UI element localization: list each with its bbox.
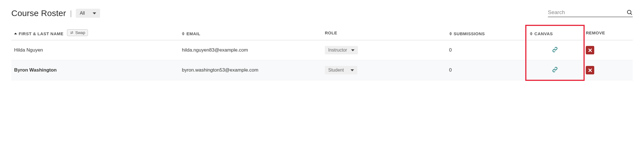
roster-table: First & Last Name Swap (11, 29, 633, 80)
search-container (548, 9, 633, 17)
cell-submissions: 0 (446, 40, 527, 60)
cell-email: hilda.nguyen83@example.com (179, 40, 322, 60)
table-row: Byron Washington byron.washington53@exam… (11, 60, 633, 80)
remove-button[interactable] (586, 46, 594, 54)
col-header-role-label: Role (325, 30, 337, 35)
sort-icon (530, 32, 533, 36)
role-select[interactable]: Instructor (325, 46, 358, 54)
caret-down-icon (93, 12, 96, 14)
col-header-canvas-label: Canvas (534, 31, 553, 36)
roster-table-wrap: First & Last Name Swap (11, 29, 633, 80)
col-header-canvas[interactable]: Canvas (527, 29, 583, 40)
roster-filter-value: All (80, 11, 85, 16)
remove-button[interactable] (586, 66, 594, 74)
col-header-remove: Remove (583, 29, 633, 40)
sort-icon (182, 32, 185, 36)
cell-email: byron.washington53@example.com (179, 60, 322, 80)
roster-filter-select[interactable]: All (76, 9, 100, 18)
role-value: Instructor (328, 48, 347, 53)
close-icon (588, 48, 592, 52)
title-divider: | (70, 9, 72, 18)
page-title: Course Roster (11, 8, 66, 18)
col-header-email-label: Email (186, 31, 200, 36)
caret-down-icon (351, 69, 354, 71)
col-header-submissions[interactable]: Submissions (446, 29, 527, 40)
svg-point-0 (627, 10, 631, 14)
cell-name: Hilda Nguyen (11, 40, 179, 60)
col-header-submissions-label: Submissions (454, 31, 485, 36)
sort-icon (449, 32, 452, 36)
role-select[interactable]: Student (325, 66, 357, 74)
cell-submissions: 0 (446, 60, 527, 80)
svg-line-1 (630, 13, 632, 15)
swap-icon (70, 31, 74, 34)
col-header-name-label: First & Last Name (19, 31, 64, 36)
link-icon[interactable] (552, 47, 558, 52)
col-header-role: Role (322, 29, 446, 40)
col-header-name[interactable]: First & Last Name Swap (11, 29, 179, 40)
cell-name: Byron Washington (11, 60, 179, 80)
link-icon[interactable] (552, 67, 558, 72)
col-header-remove-label: Remove (586, 30, 605, 35)
search-input[interactable] (548, 9, 626, 15)
sort-icon (14, 33, 17, 34)
swap-button-label: Swap (75, 30, 85, 35)
role-value: Student (328, 68, 344, 73)
col-header-email[interactable]: Email (179, 29, 322, 40)
swap-button[interactable]: Swap (67, 29, 88, 36)
search-icon[interactable] (626, 9, 633, 15)
table-row: Hilda Nguyen hilda.nguyen83@example.com … (11, 40, 633, 60)
caret-down-icon (351, 49, 355, 51)
close-icon (588, 68, 592, 72)
